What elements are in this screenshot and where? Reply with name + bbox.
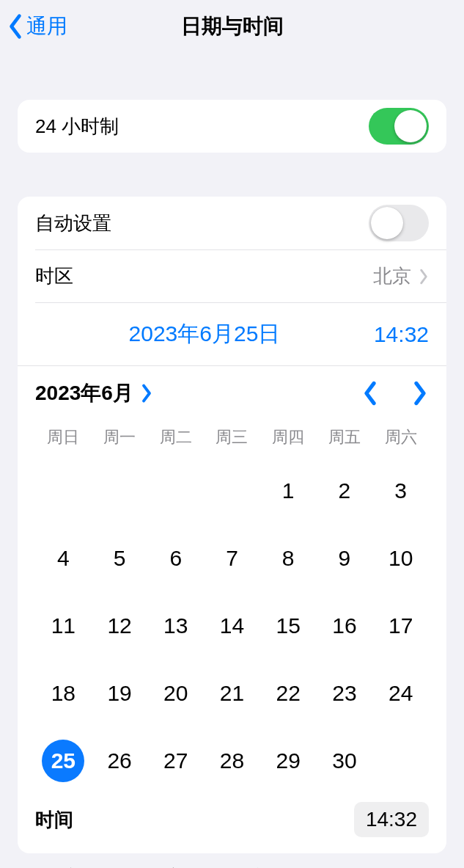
- chevron-right-icon: [411, 381, 429, 406]
- day-cell[interactable]: 9: [317, 536, 373, 580]
- day-cell[interactable]: 20: [147, 671, 204, 715]
- day-number: 11: [51, 613, 76, 638]
- day-number: 3: [394, 478, 407, 503]
- day-number: 30: [332, 748, 356, 773]
- day-number: 18: [51, 681, 76, 706]
- day-empty: [147, 469, 204, 513]
- back-button[interactable]: 通用: [7, 0, 67, 53]
- weekday-label: 周四: [260, 426, 317, 448]
- row-24h: 24 小时制: [18, 100, 446, 153]
- day-cell[interactable]: 18: [35, 671, 92, 715]
- day-number: 14: [220, 613, 244, 638]
- day-number: 9: [339, 546, 351, 571]
- day-number: 17: [388, 613, 413, 638]
- prev-month-button[interactable]: [361, 381, 379, 406]
- day-number: 12: [107, 613, 131, 638]
- weekday-label: 周六: [372, 426, 429, 448]
- day-cell[interactable]: 16: [317, 604, 373, 648]
- day-number: 16: [332, 613, 356, 638]
- row-timezone[interactable]: 时区 北京: [35, 249, 446, 302]
- day-number: 8: [282, 546, 295, 571]
- row-selected-datetime: 2023年6月25日 14:32: [35, 302, 446, 365]
- day-cell[interactable]: 12: [92, 604, 148, 648]
- row-timezone-label: 时区: [35, 263, 73, 289]
- day-cell[interactable]: 1: [260, 469, 317, 513]
- row-24h-label: 24 小时制: [35, 114, 119, 139]
- time-value-button[interactable]: 14:32: [354, 802, 429, 837]
- day-cell[interactable]: 19: [92, 671, 148, 715]
- day-number: 5: [114, 546, 126, 571]
- day-number: 10: [388, 546, 413, 571]
- row-auto: 自动设置: [18, 197, 446, 249]
- day-cell[interactable]: 6: [147, 536, 204, 580]
- day-cell[interactable]: 14: [204, 604, 260, 648]
- day-cell[interactable]: 17: [372, 604, 429, 648]
- day-number: 29: [276, 748, 301, 773]
- day-number: 27: [163, 748, 188, 773]
- weekday-label: 周五: [317, 426, 373, 448]
- day-cell[interactable]: 27: [147, 739, 204, 783]
- chevron-left-icon: [7, 13, 23, 40]
- month-nav: [361, 381, 429, 406]
- next-month-button[interactable]: [411, 381, 429, 406]
- day-number: 7: [226, 546, 238, 571]
- weekday-label: 周三: [204, 426, 260, 448]
- row-timezone-value: 北京: [373, 263, 411, 289]
- day-cell[interactable]: 13: [147, 604, 204, 648]
- toggle-knob: [371, 207, 403, 239]
- nav-bar: 通用 日期与时间: [0, 0, 464, 53]
- day-empty: [35, 469, 92, 513]
- day-empty: [204, 469, 260, 513]
- day-number: 2: [339, 478, 351, 503]
- chevron-left-icon: [361, 381, 379, 406]
- day-cell[interactable]: 26: [92, 739, 148, 783]
- weekday-label: 周一: [92, 426, 148, 448]
- day-cell[interactable]: 30: [317, 739, 373, 783]
- day-cell[interactable]: 2: [317, 469, 373, 513]
- day-number: 15: [276, 613, 301, 638]
- time-row: 时间 14:32: [35, 802, 429, 837]
- day-cell[interactable]: 29: [260, 739, 317, 783]
- day-empty: [92, 469, 148, 513]
- calendar: 2023年6月 周日周一周二周三周四周五周六 12345678910111213…: [18, 366, 446, 853]
- day-cell[interactable]: 23: [317, 671, 373, 715]
- selected-date[interactable]: 2023年6月25日: [35, 319, 374, 349]
- day-cell[interactable]: 24: [372, 671, 429, 715]
- day-number: 19: [107, 681, 131, 706]
- day-cell[interactable]: 11: [35, 604, 92, 648]
- toggle-24h[interactable]: [369, 108, 429, 145]
- day-cell[interactable]: 7: [204, 536, 260, 580]
- day-cell[interactable]: 10: [372, 536, 429, 580]
- day-number: 20: [163, 681, 188, 706]
- day-number: 22: [276, 681, 301, 706]
- toggle-auto[interactable]: [369, 205, 429, 241]
- day-number: 4: [57, 546, 70, 571]
- chevron-right-icon: [419, 269, 429, 285]
- day-number: 25: [42, 740, 84, 782]
- day-number: 23: [332, 681, 356, 706]
- month-label: 2023年6月: [35, 379, 133, 407]
- day-cell[interactable]: 25: [35, 739, 92, 783]
- day-cell[interactable]: 4: [35, 536, 92, 580]
- weekday-row: 周日周一周二周三周四周五周六: [35, 426, 429, 448]
- day-cell[interactable]: 28: [204, 739, 260, 783]
- calendar-header: 2023年6月: [35, 379, 429, 407]
- month-picker-button[interactable]: 2023年6月: [35, 379, 152, 407]
- day-number: 21: [220, 681, 244, 706]
- weekday-label: 周日: [35, 426, 92, 448]
- day-number: 24: [388, 681, 413, 706]
- day-cell[interactable]: 3: [372, 469, 429, 513]
- row-auto-label: 自动设置: [35, 211, 111, 236]
- day-number: 28: [220, 748, 244, 773]
- selected-time[interactable]: 14:32: [374, 322, 429, 347]
- day-number: 13: [163, 613, 188, 638]
- group-datetime: 自动设置 时区 北京 2023年6月25日 14:32 2023年6月: [18, 197, 446, 853]
- day-cell[interactable]: 15: [260, 604, 317, 648]
- day-cell[interactable]: 21: [204, 671, 260, 715]
- footer-note: 打开“定位服务”将提高自动时区准确性。: [26, 865, 438, 868]
- day-cell[interactable]: 22: [260, 671, 317, 715]
- chevron-right-icon: [141, 384, 152, 403]
- day-number: 6: [169, 546, 182, 571]
- day-cell[interactable]: 8: [260, 536, 317, 580]
- day-cell[interactable]: 5: [92, 536, 148, 580]
